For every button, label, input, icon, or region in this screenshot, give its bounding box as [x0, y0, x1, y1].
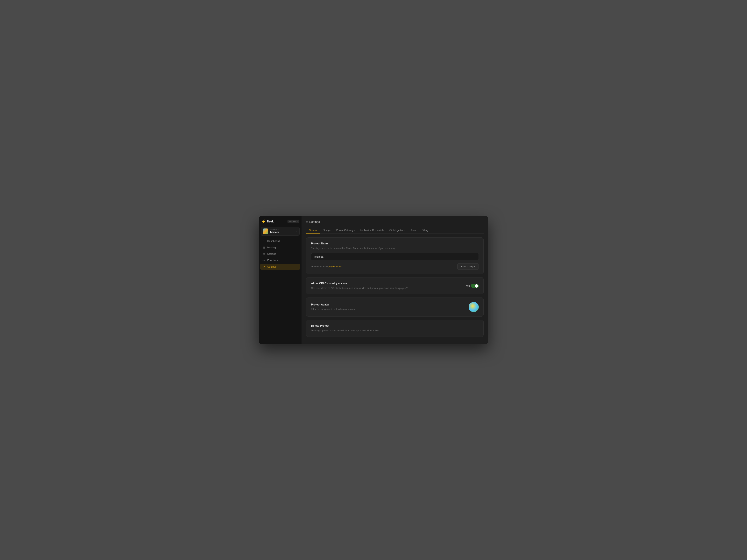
main-content: Settings General Storage Private Gateway… [302, 216, 488, 344]
toggle-wrap: Yes [466, 284, 479, 288]
storage-icon: ▤ [262, 252, 265, 255]
tab-private-gateways[interactable]: Private Gateways [334, 227, 357, 234]
project-name-card-title: Project Name [311, 242, 479, 245]
app-name: fleek [267, 220, 274, 223]
page-title: Settings [309, 220, 320, 223]
ofac-toggle[interactable] [471, 284, 479, 288]
sidebar-item-label: Dashboard [267, 240, 280, 242]
sidebar-item-label: Functions [267, 259, 278, 262]
ofac-card: Allow OFAC country access Can users from… [306, 277, 484, 294]
avatar-card-row: Project Avatar Click on the avatar to up… [311, 302, 479, 312]
dashboard-icon: ⌂ [262, 240, 265, 242]
tab-team[interactable]: Team [408, 227, 419, 234]
sidebar-item-label: Hosting [267, 246, 276, 249]
project-name-card-desc: This is your project's name within Fleek… [311, 246, 479, 250]
tab-application-credentials[interactable]: Application Credentials [357, 227, 387, 234]
delete-card-desc: Deleting a project is an irreversible ac… [311, 329, 479, 332]
tab-storage[interactable]: Storage [320, 227, 334, 234]
ofac-card-title: Allow OFAC country access [311, 282, 466, 285]
page-header-dot [306, 221, 308, 223]
beta-badge: Beta v4.0.4 [287, 220, 299, 223]
project-name-card: Project Name This is your project's name… [306, 237, 484, 274]
project-selector[interactable]: Project Tobiloba ▾ [261, 227, 300, 236]
project-names-link[interactable]: project names. [329, 265, 342, 268]
ofac-card-row: Allow OFAC country access Can users from… [311, 282, 479, 290]
sidebar-item-label: Settings [267, 265, 277, 268]
nav-items: ⌂ Dashboard ▤ Hosting ▤ Storage </> Func… [259, 238, 302, 270]
app-window: ⚡ fleek Beta v4.0.4 Project Tobiloba ▾ ⌂… [259, 216, 488, 344]
avatar-card-desc: Click on the avatar to upload a custom o… [311, 308, 469, 311]
tabs: General Storage Private Gateways Applica… [306, 227, 484, 234]
save-changes-button[interactable]: Save changes [457, 264, 479, 270]
app-layout: ⚡ fleek Beta v4.0.4 Project Tobiloba ▾ ⌂… [259, 216, 488, 344]
delete-project-card: Delete Project Deleting a project is an … [306, 320, 484, 337]
toggle-knob [475, 284, 478, 288]
tab-git-integrations[interactable]: Git Integrations [387, 227, 408, 234]
toggle-label: Yes [466, 285, 470, 287]
chevron-down-icon: ▾ [296, 230, 298, 233]
ofac-card-left: Allow OFAC country access Can users from… [311, 282, 466, 290]
project-name-sidebar: Tobiloba [270, 231, 295, 234]
sidebar-header: ⚡ fleek Beta v4.0.4 [259, 216, 302, 226]
logo-area: ⚡ fleek [261, 219, 274, 223]
sidebar-item-storage[interactable]: ▤ Storage [260, 251, 300, 257]
sidebar-item-label: Storage [267, 252, 276, 255]
project-info: Project Tobiloba [270, 229, 295, 234]
project-avatar-large[interactable] [469, 302, 479, 312]
hosting-icon: ▤ [262, 246, 265, 249]
sidebar-item-functions[interactable]: </> Functions [260, 257, 300, 263]
sidebar-item-hosting[interactable]: ▤ Hosting [260, 244, 300, 250]
ofac-card-desc: Can users from OFAC-blocked countries ac… [311, 287, 466, 290]
project-name-input[interactable] [311, 253, 479, 260]
project-name-card-footer: Learn more about project names. Save cha… [311, 264, 479, 270]
settings-icon: ⚙ [262, 265, 265, 268]
sidebar-item-settings[interactable]: ⚙ Settings [260, 264, 300, 270]
avatar-card-title: Project Avatar [311, 303, 469, 306]
tab-general[interactable]: General [306, 227, 320, 234]
delete-card-title: Delete Project [311, 324, 479, 327]
avatar-card-left: Project Avatar Click on the avatar to up… [311, 303, 469, 311]
tab-billing[interactable]: Billing [419, 227, 431, 234]
avatar-card: Project Avatar Click on the avatar to up… [306, 297, 484, 317]
project-label: Project [270, 229, 295, 231]
learn-more-text: Learn more about project names. [311, 265, 342, 268]
fleek-logo-icon: ⚡ [261, 219, 266, 223]
project-avatar-small [263, 229, 268, 234]
sidebar: ⚡ fleek Beta v4.0.4 Project Tobiloba ▾ ⌂… [259, 216, 302, 344]
functions-icon: </> [262, 259, 265, 261]
sidebar-item-dashboard[interactable]: ⌂ Dashboard [260, 238, 300, 244]
page-header: Settings [306, 220, 484, 223]
